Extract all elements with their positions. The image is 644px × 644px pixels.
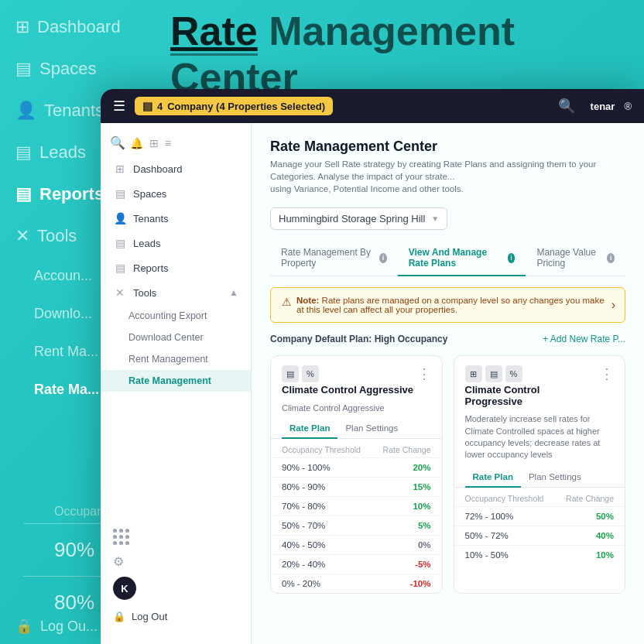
menu-icon[interactable]: ☰ <box>113 98 125 115</box>
rate-card-1: ▤ % Climate Control Aggressive ⋮ Climate… <box>270 355 443 594</box>
sidebar-item-spaces[interactable]: ▤ Spaces <box>101 181 251 206</box>
rate-card-1-row-4: 50% - 70% 5% <box>271 516 442 535</box>
sidebar-item-leads[interactable]: ▤ Leads <box>101 231 251 255</box>
rate-card-1-row-7: 0% - 20% -10% <box>271 574 442 593</box>
topbar-company-badge[interactable]: ▤ 4 Company (4 Properties Selected) <box>135 97 333 115</box>
background-title: Rate Management Center <box>170 8 629 101</box>
rate-card-1-tab-plan[interactable]: Rate Plan <box>282 419 337 439</box>
company-plan-value: High Occupancy <box>375 334 448 344</box>
main-content: Rate Management Center Manage your Sell … <box>252 123 644 644</box>
topbar-badge-text: Company (4 Properties Selected) <box>167 101 325 112</box>
note-chevron-icon[interactable]: › <box>611 298 615 312</box>
rate-card-1-header: ▤ % Climate Control Aggressive ⋮ <box>271 356 442 402</box>
spaces-icon: ▤ <box>113 187 127 200</box>
sidebar-item-reports[interactable]: ▤ Reports <box>101 255 251 280</box>
sidebar-item-dashboard[interactable]: ⊞ Dashboard <box>101 156 251 181</box>
rate-card-2-table: Occupancy Threshold Rate Change 72% - 10… <box>454 488 625 564</box>
rate-card-2-tab-settings[interactable]: Plan Settings <box>521 468 589 488</box>
tools-icon: ✕ <box>113 286 127 299</box>
sidebar-reports-label: Reports <box>133 262 169 274</box>
chevron-up-icon: ▲ <box>229 287 238 298</box>
tab-rate-by-property[interactable]: Rate Management By Property i <box>270 241 398 276</box>
sidebar-leads-label: Leads <box>133 238 160 249</box>
sidebar-sub-rate[interactable]: Rate Management <box>101 370 251 392</box>
sidebar-sub-rent[interactable]: Rent Management <box>101 348 251 370</box>
card2-icon3: % <box>505 365 522 382</box>
rate-card-2-icons: ⊞ ▤ % <box>465 365 601 382</box>
rate-card-1-tabs: Rate Plan Plan Settings <box>271 419 442 439</box>
reports-icon: ▤ <box>113 262 127 274</box>
rate-card-2-header: ⊞ ▤ % Climate Control Progressive ⋮ <box>454 356 625 413</box>
sidebar-tenants-label: Tenants <box>133 213 169 224</box>
card1-icon1: ▤ <box>282 365 299 382</box>
rate-card-1-tab-settings[interactable]: Plan Settings <box>337 419 406 439</box>
sidebar-bottom: ⚙ K 🔒 Log Out <box>101 516 251 635</box>
logout-label: Log Out <box>132 611 167 622</box>
info-icon-manage: i <box>508 253 516 263</box>
sidebar-search-icon[interactable]: 🔍 <box>110 135 125 150</box>
info-icon-property: i <box>379 253 387 263</box>
tab-label-manage: View And Manage Rate Plans <box>409 247 504 269</box>
sidebar-menu-icon: ≡ <box>165 137 171 149</box>
sidebar: 🔍 🔔 ⊞ ≡ ⊞ Dashboard ▤ Spaces 👤 Tenants ▤… <box>101 123 252 644</box>
location-dropdown[interactable]: Hummingbird Storage Spring Hill ▼ <box>270 207 447 230</box>
rate-card-2-row-3: 10% - 50% 10% <box>454 545 625 564</box>
note-text: Note: Rate plans are managed on a compan… <box>296 296 614 314</box>
sidebar-sub-accounting[interactable]: Accounting Export <box>101 305 251 327</box>
topbar-logo: tenar <box>591 101 615 112</box>
rate-card-2-row-2: 50% - 72% 40% <box>454 526 625 545</box>
card1-icon2: % <box>302 365 319 382</box>
rate-card-2-title: Climate Control Progressive <box>465 384 601 407</box>
dashboard-icon: ⊞ <box>113 163 127 175</box>
page-subtitle: Manage your Sell Rate strategy by creati… <box>270 158 625 195</box>
tab-view-manage[interactable]: View And Manage Rate Plans i <box>398 241 526 276</box>
tab-value-pricing[interactable]: Manage Value Pricing i <box>526 241 625 276</box>
modal-card: ☰ ▤ 4 Company (4 Properties Selected) 🔍 … <box>101 89 644 644</box>
tenancy-icon: ® <box>624 101 632 112</box>
bg-nav-spaces: ▤ Spaces <box>0 50 155 88</box>
rate-card-1-row-1: 90% - 100% 20% <box>271 457 442 477</box>
topbar-search-icon[interactable]: 🔍 <box>558 98 575 115</box>
rate-card-2-tab-plan[interactable]: Rate Plan <box>465 468 521 488</box>
page-title: Rate Management Center <box>270 139 625 155</box>
company-plan-row: Company Default Plan: High Occupancy + A… <box>270 334 625 344</box>
info-icon-pricing: i <box>607 253 615 263</box>
rate-card-1-subtitle: Climate Control Aggressive <box>271 403 442 419</box>
topbar-badge-number: 4 <box>157 101 163 112</box>
rate-card-1-row-5: 40% - 50% 0% <box>271 535 442 554</box>
rate-card-2-row-1: 72% - 100% 50% <box>454 506 625 526</box>
user-avatar[interactable]: K <box>113 577 136 600</box>
sidebar-item-tenants[interactable]: 👤 Tenants <box>101 206 251 231</box>
dropdown-value: Hummingbird Storage Spring Hill <box>279 213 425 224</box>
settings-icon[interactable]: ⚙ <box>113 554 124 569</box>
bg-nav-dashboard: ⊞ Dashboard <box>0 8 155 46</box>
tab-label-pricing: Manage Value Pricing <box>536 247 603 269</box>
sidebar-notification-icon: 🔔 <box>130 137 143 149</box>
rate-card-1-header-row: Occupancy Threshold Rate Change <box>271 439 442 457</box>
modal-topbar: ☰ ▤ 4 Company (4 Properties Selected) 🔍 … <box>101 89 644 123</box>
sidebar-sub-download[interactable]: Download Center <box>101 327 251 348</box>
tenants-icon: 👤 <box>113 212 127 224</box>
rate-card-1-menu[interactable]: ⋮ <box>417 365 431 382</box>
rate-card-2: ⊞ ▤ % Climate Control Progressive ⋮ Mode… <box>454 355 626 594</box>
sidebar-dashboard-label: Dashboard <box>133 163 183 175</box>
rate-card-1-row-6: 20% - 40% -5% <box>271 554 442 574</box>
rate-card-2-tabs: Rate Plan Plan Settings <box>454 468 625 488</box>
company-plan-text: Company Default Plan: High Occupancy <box>270 334 447 344</box>
sidebar-logout[interactable]: 🔒 Log Out <box>101 605 251 629</box>
add-rate-link[interactable]: + Add New Rate P... <box>543 334 625 344</box>
rate-card-1-row-3: 70% - 80% 10% <box>271 496 442 516</box>
rate-cards-grid: ▤ % Climate Control Aggressive ⋮ Climate… <box>270 355 625 594</box>
sidebar-apps-icon[interactable] <box>101 522 251 551</box>
tab-bar: Rate Management By Property i View And M… <box>270 241 625 276</box>
sidebar-item-tools[interactable]: ✕ Tools ▲ <box>101 280 251 305</box>
rate-card-2-desc: Moderately increase sell rates for Clima… <box>454 413 625 468</box>
rate-card-2-menu[interactable]: ⋮ <box>600 365 614 382</box>
logout-icon: 🔒 <box>113 611 125 622</box>
rate-card-1-table: Occupancy Threshold Rate Change 90% - 10… <box>271 439 442 593</box>
rate-card-1-icons: ▤ % <box>282 365 413 382</box>
card2-icon2: ▤ <box>485 365 502 382</box>
rate-card-1-row-2: 80% - 90% 15% <box>271 477 442 496</box>
sidebar-tools-label: Tools <box>133 287 156 299</box>
building-icon: ▤ <box>142 100 152 112</box>
